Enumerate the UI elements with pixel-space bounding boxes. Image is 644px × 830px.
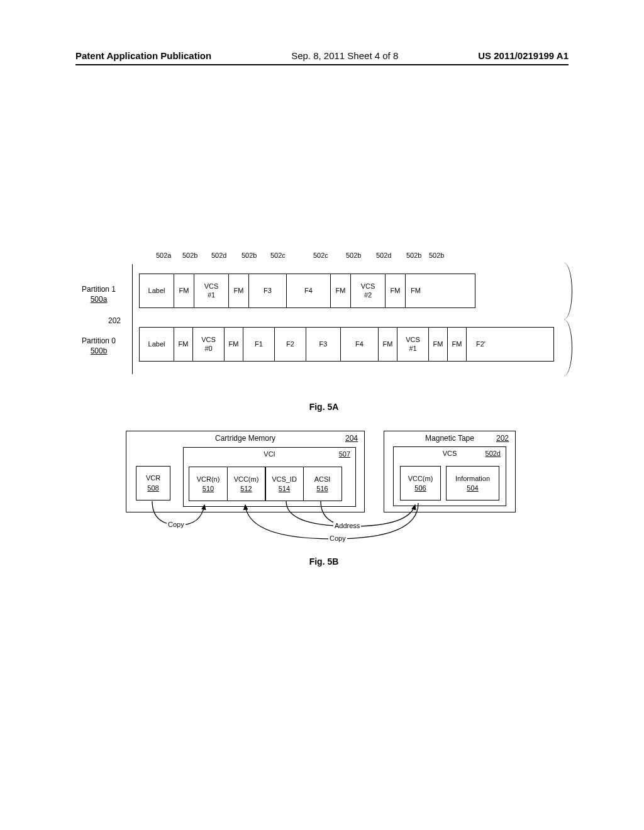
vci-cell: VCS_ID514 <box>265 467 304 501</box>
callout: 502c <box>313 252 328 259</box>
cell-fm: FM <box>331 274 351 307</box>
cell-file: F2' <box>467 328 495 361</box>
magtape-title: Magnetic Tape <box>384 434 515 443</box>
partition0-row: Label FM VCS #0 FM F1 F2 F3 F4 FM VCS #1… <box>139 327 554 362</box>
cell-fm: FM <box>386 274 406 307</box>
vcr-box: VCR 508 <box>136 466 170 501</box>
tape-body: Label FM VCS #1 FM F3 F4 FM VCS #2 FM FM… <box>132 264 560 374</box>
partition0-label: Partition 0 500b <box>82 336 116 356</box>
cell-file: F4 <box>287 274 331 307</box>
vcs-cell: Information504 <box>446 466 499 501</box>
cell-fm: FM <box>225 328 243 361</box>
callout: 502d <box>376 252 391 259</box>
header-rule <box>75 64 569 65</box>
ref-202: 202 <box>108 316 121 325</box>
vcs-cell: VCC(m)506 <box>400 466 441 501</box>
vcs-cells: VCC(m)506 Information504 <box>400 466 499 501</box>
vci-cell: ACSI516 <box>303 467 342 501</box>
cell-vcs: VCS #0 <box>193 328 225 361</box>
callout: 502d <box>211 252 226 259</box>
vci-cell: VCC(m)512 <box>227 467 266 501</box>
cell-fm: FM <box>229 274 249 307</box>
figure-5a-caption: Fig. 5A <box>75 402 572 412</box>
cell-fm: FM <box>174 328 193 361</box>
callout: 502c <box>270 252 286 259</box>
cell-fm: FM <box>429 328 448 361</box>
vci-ref: 507 <box>339 450 350 459</box>
tape-curve-icon <box>558 263 572 319</box>
callout: 502a <box>156 252 171 259</box>
vcs-ref: 502d <box>486 449 501 458</box>
callout: 502b <box>406 252 421 259</box>
cell-vcs: VCS #2 <box>351 274 386 307</box>
cartmem-ref: 204 <box>345 434 358 443</box>
vcs-box: VCS 502d VCC(m)506 Information504 <box>393 446 506 506</box>
vci-box: VCI 507 VCR(n)510 VCC(m)512 VCS_ID514 AC… <box>183 447 356 507</box>
cell-fm: FM <box>174 274 194 307</box>
callout: 502b <box>429 252 444 259</box>
figure-5b-caption: Fig. 5B <box>126 556 522 567</box>
cell-fm: FM <box>379 328 397 361</box>
magtape-ref: 202 <box>496 434 509 443</box>
cell-file: F3 <box>306 328 341 361</box>
cell-file: F3 <box>249 274 287 307</box>
vci-title: VCI <box>184 450 355 459</box>
header-right: US 2011/0219199 A1 <box>478 50 569 61</box>
cell-file: F2 <box>275 328 306 361</box>
cell-label: Label <box>140 328 174 361</box>
address-label: Address <box>333 522 361 529</box>
callout: 502b <box>182 252 197 259</box>
partition1-label: Partition 1 500a <box>82 285 116 304</box>
cell-file: F1 <box>243 328 275 361</box>
vci-cells: VCR(n)510 VCC(m)512 VCS_ID514 ACSI516 <box>189 467 341 501</box>
cell-file: F4 <box>341 328 379 361</box>
cartridge-memory-box: Cartridge Memory 204 VCR 508 VCI 507 VCR… <box>126 431 365 512</box>
tape-curve-icon <box>558 319 572 376</box>
callout: 502b <box>346 252 361 259</box>
cell-fm: FM <box>406 274 426 307</box>
cell-fm: FM <box>448 328 467 361</box>
vci-cell: VCR(n)510 <box>189 467 228 501</box>
header-left: Patent Application Publication <box>75 50 211 61</box>
copy-label: Copy <box>167 521 186 528</box>
callout: 502b <box>242 252 257 259</box>
header-mid: Sep. 8, 2011 Sheet 4 of 8 <box>291 50 398 61</box>
cell-vcs: VCS #1 <box>397 328 429 361</box>
copy-label: Copy <box>328 534 347 542</box>
cell-vcs: VCS #1 <box>194 274 229 307</box>
cell-label: Label <box>140 274 174 307</box>
cartmem-title: Cartridge Memory <box>126 434 364 443</box>
partition1-row: Label FM VCS #1 FM F3 F4 FM VCS #2 FM FM <box>139 274 475 308</box>
page-header: Patent Application Publication Sep. 8, 2… <box>75 50 569 61</box>
